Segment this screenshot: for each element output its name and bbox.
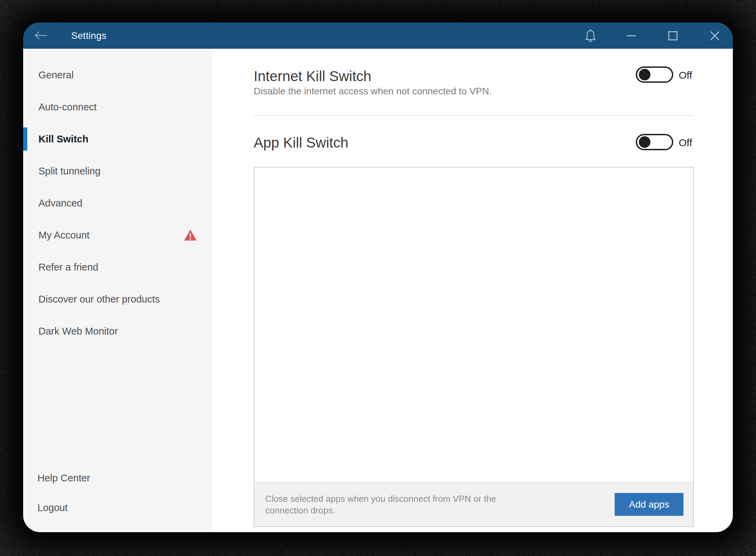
- maximize-button[interactable]: [658, 22, 688, 49]
- internet-kill-switch-toggle[interactable]: [636, 66, 673, 83]
- sidebar-item-split-tunneling[interactable]: Split tunneling: [23, 155, 212, 187]
- sidebar-item-general[interactable]: General: [23, 59, 212, 91]
- sidebar-item-label: Auto-connect: [38, 102, 97, 113]
- sidebar-item-label: Dark Web Monitor: [38, 326, 118, 337]
- sidebar-nav: General Auto-connect Kill Switch Split t…: [23, 59, 212, 347]
- window-title: Settings: [71, 22, 107, 49]
- app-list-footer: Close selected apps when you disconnect …: [254, 482, 693, 526]
- selected-accent-bar: [23, 127, 27, 151]
- app-kill-switch-list-box: Close selected apps when you disconnect …: [254, 167, 694, 527]
- settings-window: Settings: [23, 22, 733, 532]
- sidebar-item-my-account[interactable]: My Account: [23, 219, 212, 251]
- screen-background: Settings: [0, 0, 756, 556]
- internet-kill-switch-state: Off: [679, 70, 692, 81]
- app-list-footer-text: Close selected apps when you disconnect …: [265, 493, 538, 516]
- sidebar-item-kill-switch[interactable]: Kill Switch: [23, 123, 212, 155]
- internet-kill-switch-title: Internet Kill Switch: [254, 68, 371, 84]
- sidebar-item-label: My Account: [38, 230, 90, 241]
- title-bar: Settings: [23, 22, 733, 49]
- close-button[interactable]: [699, 22, 730, 49]
- main-content: Internet Kill Switch Disable the interne…: [212, 49, 733, 532]
- sidebar-item-label: Advanced: [38, 198, 82, 209]
- sidebar-item-label: Help Center: [37, 473, 90, 484]
- sidebar-item-label: Refer a friend: [38, 262, 98, 273]
- sidebar-item-refer-a-friend[interactable]: Refer a friend: [23, 251, 212, 283]
- sidebar-item-advanced[interactable]: Advanced: [23, 187, 212, 219]
- sidebar-item-auto-connect[interactable]: Auto-connect: [23, 91, 212, 123]
- add-apps-button[interactable]: Add apps: [615, 493, 683, 516]
- minimize-button[interactable]: [616, 22, 647, 49]
- warning-triangle-icon: [184, 229, 197, 241]
- section-divider: [254, 115, 694, 116]
- sidebar-item-label: Kill Switch: [38, 134, 89, 145]
- maximize-icon: [668, 31, 678, 41]
- toggle-knob: [639, 136, 650, 148]
- back-arrow-icon: [34, 30, 48, 41]
- minimize-icon: [626, 31, 636, 41]
- sidebar-item-label: Logout: [37, 502, 68, 513]
- close-icon: [709, 30, 720, 41]
- app-kill-switch-title: App Kill Switch: [254, 135, 348, 151]
- sidebar-item-help-center[interactable]: Help Center: [23, 463, 212, 493]
- sidebar: General Auto-connect Kill Switch Split t…: [23, 49, 212, 532]
- sidebar-item-label: Discover our other products: [38, 294, 160, 305]
- sidebar-item-label: Split tunneling: [38, 166, 100, 177]
- toggle-knob: [639, 69, 650, 80]
- notifications-button[interactable]: [575, 22, 606, 49]
- sidebar-item-label: General: [38, 70, 74, 81]
- sidebar-item-logout[interactable]: Logout: [23, 493, 212, 523]
- back-button[interactable]: [33, 27, 49, 44]
- sidebar-item-dark-web-monitor[interactable]: Dark Web Monitor: [23, 315, 212, 347]
- internet-kill-switch-description: Disable the internet access when not con…: [254, 86, 492, 97]
- bell-icon: [584, 29, 597, 43]
- sidebar-item-discover-products[interactable]: Discover our other products: [23, 283, 212, 315]
- app-kill-switch-state: Off: [679, 137, 692, 149]
- app-kill-switch-toggle[interactable]: [636, 134, 673, 150]
- sidebar-bottom-nav: Help Center Logout: [23, 463, 212, 523]
